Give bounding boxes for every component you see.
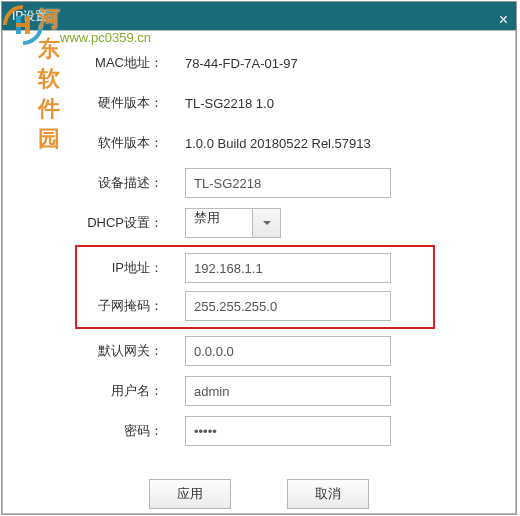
label-default-gateway: 默认网关： — [13, 342, 185, 360]
apply-button[interactable]: 应用 — [149, 479, 231, 509]
dhcp-select-value[interactable]: 禁用 — [185, 208, 253, 238]
ip-address-input[interactable] — [185, 253, 391, 283]
label-ip-address: IP地址： — [77, 259, 185, 277]
label-subnet-mask: 子网掩码： — [77, 297, 185, 315]
close-icon[interactable]: × — [499, 6, 508, 34]
label-hardware-version: 硬件版本： — [13, 94, 185, 112]
label-dhcp: DHCP设置： — [13, 214, 185, 232]
value-mac: 78-44-FD-7A-01-97 — [185, 56, 298, 71]
row-hardware-version: 硬件版本： TL-SG2218 1.0 — [13, 83, 505, 123]
row-device-description: 设备描述： — [13, 163, 505, 203]
row-ip-address: IP地址： — [77, 249, 433, 287]
label-password: 密码： — [13, 422, 185, 440]
label-username: 用户名： — [13, 382, 185, 400]
row-software-version: 软件版本： 1.0.0 Build 20180522 Rel.57913 — [13, 123, 505, 163]
label-mac: MAC地址： — [13, 54, 185, 72]
label-device-description: 设备描述： — [13, 174, 185, 192]
dialog-body: MAC地址： 78-44-FD-7A-01-97 硬件版本： TL-SG2218… — [2, 30, 516, 514]
dialog-window: IP设置 × MAC地址： 78-44-FD-7A-01-97 硬件版本： TL… — [1, 1, 517, 515]
subnet-mask-input[interactable] — [185, 291, 391, 321]
value-software-version: 1.0.0 Build 20180522 Rel.57913 — [185, 136, 371, 151]
default-gateway-input[interactable] — [185, 336, 391, 366]
cancel-button[interactable]: 取消 — [287, 479, 369, 509]
label-software-version: 软件版本： — [13, 134, 185, 152]
ip-highlight-box: IP地址： 子网掩码： — [75, 245, 435, 329]
password-input[interactable] — [185, 416, 391, 446]
row-dhcp: DHCP设置： 禁用 — [13, 203, 505, 243]
chevron-down-icon — [262, 218, 272, 228]
window-title: IP设置 — [12, 9, 47, 23]
value-hardware-version: TL-SG2218 1.0 — [185, 96, 274, 111]
row-default-gateway: 默认网关： — [13, 331, 505, 371]
dhcp-select[interactable]: 禁用 — [185, 208, 281, 238]
row-subnet-mask: 子网掩码： — [77, 287, 433, 325]
row-mac: MAC地址： 78-44-FD-7A-01-97 — [13, 43, 505, 83]
settings-form: MAC地址： 78-44-FD-7A-01-97 硬件版本： TL-SG2218… — [13, 43, 505, 509]
row-username: 用户名： — [13, 371, 505, 411]
button-bar: 应用 取消 — [13, 479, 505, 509]
device-description-input[interactable] — [185, 168, 391, 198]
username-input[interactable] — [185, 376, 391, 406]
row-password: 密码： — [13, 411, 505, 451]
dhcp-dropdown-button[interactable] — [253, 208, 281, 238]
titlebar: IP设置 × — [2, 2, 516, 30]
